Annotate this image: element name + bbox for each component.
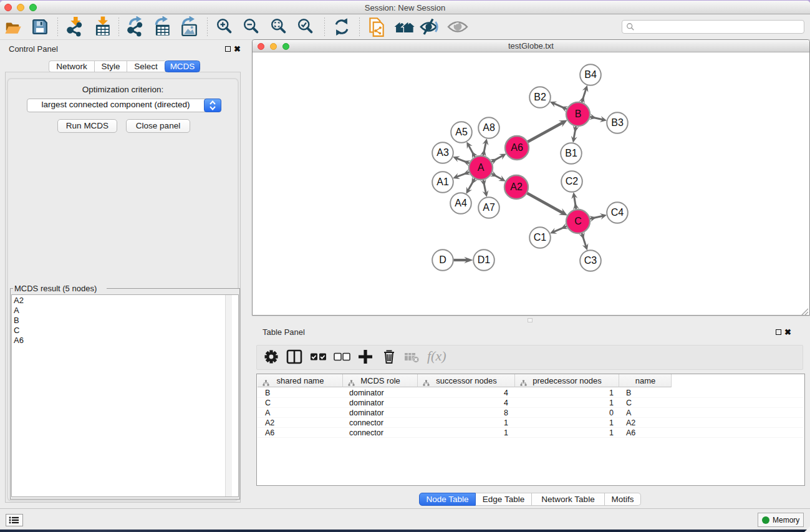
svg-text:B1: B1	[565, 148, 577, 158]
svg-text:A4: A4	[455, 198, 467, 208]
svg-text:B2: B2	[534, 92, 546, 102]
svg-text:A3: A3	[436, 147, 449, 158]
svg-text:A6: A6	[511, 142, 523, 153]
svg-text:A5: A5	[455, 127, 468, 137]
svg-text:C2: C2	[566, 176, 579, 186]
svg-text:D: D	[439, 254, 446, 265]
svg-text:B4: B4	[584, 69, 597, 80]
svg-text:C3: C3	[584, 255, 597, 266]
svg-text:A8: A8	[483, 122, 495, 133]
svg-text:A2: A2	[510, 181, 523, 192]
svg-text:A1: A1	[436, 177, 449, 187]
svg-text:C1: C1	[534, 232, 547, 243]
svg-text:C: C	[574, 216, 582, 226]
svg-text:B: B	[575, 109, 582, 119]
svg-text:C4: C4	[611, 207, 624, 218]
svg-text:A7: A7	[483, 202, 495, 213]
svg-text:A: A	[478, 162, 485, 173]
svg-text:B3: B3	[611, 117, 624, 128]
svg-text:D1: D1	[478, 254, 491, 265]
